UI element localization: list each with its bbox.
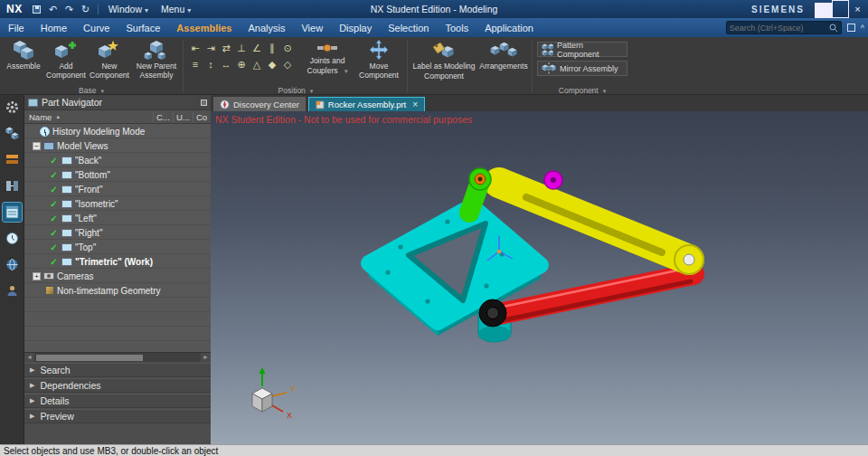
part-navigator-icon[interactable] — [3, 203, 22, 222]
part-navigator-header[interactable]: Part Navigator — [24, 95, 211, 110]
check-icon[interactable]: ✓ — [49, 185, 59, 195]
tab-view[interactable]: View — [293, 18, 331, 37]
tree-row-view-left[interactable]: ✓ "Left" — [24, 211, 211, 225]
plate-hole[interactable] — [425, 299, 429, 303]
align-icon[interactable]: ⇥ — [203, 42, 218, 55]
angle-icon[interactable]: ∠ — [250, 42, 264, 55]
tree-row-non-timestamp-geometry[interactable]: Non-timestamp Geometry — [24, 283, 211, 298]
new-parent-assembly-button[interactable]: New Parent Assembly — [132, 40, 181, 81]
remember-constraints-icon[interactable]: ◇ — [280, 58, 295, 71]
fix-icon[interactable]: △ — [250, 58, 264, 71]
tree-row-view-front[interactable]: ✓ "Front" — [24, 182, 211, 196]
roles-icon[interactable] — [3, 281, 22, 300]
dialog-launcher-icon[interactable]: ▾ — [100, 88, 104, 94]
tab-tools[interactable]: Tools — [437, 18, 476, 37]
dialog-launcher-icon[interactable]: ▾ — [603, 88, 607, 94]
scroll-left-icon[interactable]: ◄ — [24, 353, 34, 362]
column-name[interactable]: Name▲ — [24, 112, 153, 122]
perpendicular-icon[interactable]: ⊥ — [234, 42, 249, 55]
tab-display[interactable]: Display — [331, 18, 380, 37]
dialog-launcher-icon[interactable]: ▾ — [310, 88, 314, 94]
section-details[interactable]: ▶ Details — [24, 394, 211, 408]
undo-icon[interactable]: ↶ — [46, 3, 61, 15]
column-c[interactable]: C... — [153, 112, 173, 122]
close-button[interactable]: × — [849, 0, 866, 18]
ribbon-group-component[interactable]: Component▾ — [533, 86, 631, 95]
new-component-button[interactable]: New Component — [89, 40, 130, 81]
tab-file[interactable]: File — [0, 18, 33, 37]
add-component-button[interactable]: Add Component — [45, 40, 87, 81]
section-search[interactable]: ▶ Search — [24, 363, 211, 377]
tab-application[interactable]: Application — [476, 18, 542, 37]
tree-row-view-right[interactable]: ✓ "Right" — [24, 225, 211, 240]
gear-icon[interactable] — [3, 98, 22, 117]
menu-menu[interactable]: Menu ▾ — [155, 4, 197, 14]
plate-hole[interactable] — [484, 283, 488, 288]
view-triad[interactable]: X Y — [252, 367, 296, 420]
save-icon[interactable] — [30, 3, 44, 15]
tree-row-view-back[interactable]: ✓ "Back" — [24, 153, 211, 167]
column-u[interactable]: U... — [173, 112, 193, 122]
distance-icon[interactable]: ↕ — [203, 58, 218, 71]
section-dependencies[interactable]: ▶ Dependencies — [24, 378, 211, 393]
tree-row-history-mode[interactable]: History Modeling Mode — [24, 124, 211, 138]
web-browser-icon[interactable] — [3, 255, 22, 274]
check-icon[interactable]: ✓ — [49, 214, 59, 223]
mirror-assembly-button[interactable]: Mirror Assembly — [537, 61, 627, 76]
section-preview[interactable]: ▶ Preview — [24, 409, 211, 423]
check-icon[interactable]: ✓ — [49, 228, 59, 238]
bond-icon[interactable]: ≡ — [188, 58, 203, 71]
center-icon[interactable]: ⊕ — [234, 58, 249, 71]
collapse-icon[interactable]: − — [33, 142, 41, 150]
tree-row-view-top[interactable]: ✓ "Top" — [24, 240, 211, 254]
tree-row-model-views[interactable]: − Model Views — [24, 138, 211, 153]
close-tab-icon[interactable]: × — [412, 100, 418, 109]
check-icon[interactable]: ✓ — [49, 257, 59, 267]
rocker-assembly-model[interactable]: X Y — [211, 111, 868, 444]
maximize-button[interactable] — [832, 0, 849, 18]
plate-hole[interactable] — [385, 270, 390, 274]
assembly-navigator-icon[interactable] — [3, 124, 22, 143]
ribbon-group-base[interactable]: Base▾ — [0, 86, 183, 95]
joints-and-couplers-button[interactable]: Joints and Couplers ▾ — [298, 40, 356, 76]
check-icon[interactable]: ✓ — [49, 170, 59, 180]
tab-surface[interactable]: Surface — [118, 18, 168, 37]
redo-icon[interactable]: ↷ — [62, 3, 77, 15]
search-input[interactable] — [730, 24, 829, 33]
tree-row-view-isometric[interactable]: ✓ "Isometric" — [24, 196, 211, 211]
reuse-library-icon[interactable] — [3, 150, 22, 169]
ribbon-group-position[interactable]: Position▾ — [184, 86, 407, 95]
touch-align-icon[interactable]: ⇤ — [188, 42, 203, 55]
command-search[interactable] — [726, 21, 842, 34]
tab-analysis[interactable]: Analysis — [241, 18, 294, 37]
column-co[interactable]: Co — [193, 112, 211, 122]
pattern-component-button[interactable]: Pattern Component — [537, 42, 627, 57]
minimize-button[interactable] — [815, 0, 832, 18]
arrangements-button[interactable]: Arrangements — [477, 40, 530, 71]
label-as-modeling-component-button[interactable]: Label as Modeling Component — [412, 40, 476, 81]
plate-hole[interactable] — [445, 219, 449, 223]
expand-icon[interactable]: + — [33, 272, 41, 280]
tab-assemblies[interactable]: Assemblies — [168, 18, 240, 37]
check-icon[interactable]: ✓ — [49, 242, 59, 252]
tab-selection[interactable]: Selection — [380, 18, 437, 37]
refresh-icon[interactable]: ↻ — [79, 3, 93, 15]
window-menu[interactable]: Window ▾ — [102, 4, 155, 14]
history-palette-icon[interactable] — [3, 229, 22, 248]
check-icon[interactable]: ✓ — [49, 156, 59, 166]
minimize-ribbon-icon[interactable]: ^ — [861, 24, 864, 33]
plate-hole[interactable] — [398, 244, 402, 249]
parallel-icon[interactable]: ∥ — [265, 42, 279, 55]
scroll-right-icon[interactable]: ► — [201, 353, 211, 362]
tab-home[interactable]: Home — [33, 18, 75, 37]
show-constraints-icon[interactable]: ◆ — [265, 58, 279, 71]
scrollbar-thumb[interactable] — [36, 355, 143, 361]
tab-rocker-assembly[interactable]: Rocker Assembly.prt × — [308, 97, 425, 111]
constraint-navigator-icon[interactable] — [3, 176, 22, 195]
tab-discovery-center[interactable]: Discovery Center — [213, 97, 306, 111]
tree-row-view-trimetric-work[interactable]: ✓ "Trimetric" (Work) — [24, 254, 211, 269]
assemble-button[interactable]: Assemble — [4, 40, 43, 71]
graphics-window[interactable]: NX Student Edition - Not to be used for … — [211, 111, 868, 444]
fullscreen-icon[interactable] — [847, 24, 855, 32]
move-component-button[interactable]: Move Component — [358, 40, 400, 81]
